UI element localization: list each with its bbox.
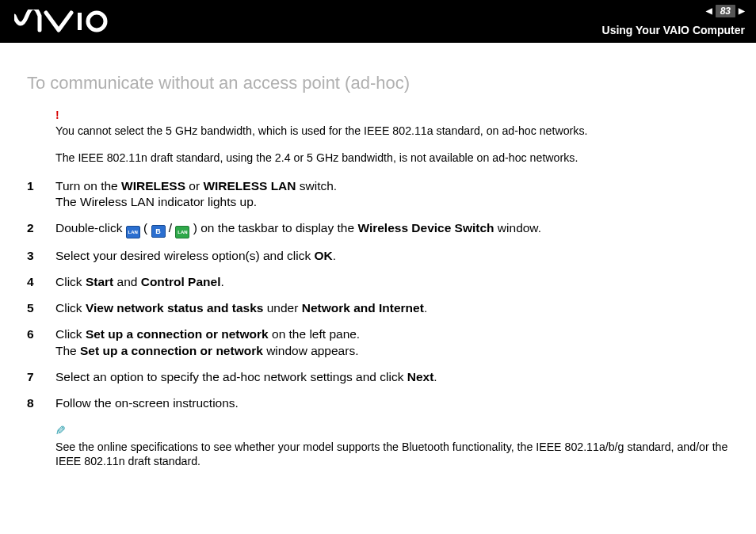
svg-point-1 xyxy=(88,13,105,30)
step-6: Click Set up a connection or network on … xyxy=(27,326,729,360)
svg-rect-0 xyxy=(78,13,82,30)
footnote-text: See the online specifications to see whe… xyxy=(55,440,729,469)
step-4: Click Start and Control Panel. xyxy=(27,274,729,291)
step-1: Turn on the WIRELESS or WIRELESS LAN swi… xyxy=(27,178,729,212)
step-1-sub: The Wireless LAN indicator lights up. xyxy=(55,194,729,211)
step-7: Select an option to specify the ad-hoc n… xyxy=(27,369,729,386)
page-navigator: ◀ 83 ▶ xyxy=(706,5,745,17)
step-6-sub: The Set up a connection or network windo… xyxy=(55,343,729,360)
warning-block: ! You cannot select the 5 GHz bandwidth,… xyxy=(55,108,729,166)
note-pencil-icon: ✎ xyxy=(55,423,66,438)
step-3: Select your desired wireless option(s) a… xyxy=(27,248,729,265)
next-page-icon[interactable]: ▶ xyxy=(739,7,745,15)
taskbar-bluetooth-icon: B xyxy=(151,225,166,238)
vaio-logo-icon xyxy=(14,10,109,33)
footnote-block: ✎ See the online specifications to see w… xyxy=(55,423,729,469)
steps-list: Turn on the WIRELESS or WIRELESS LAN swi… xyxy=(27,178,729,412)
page-heading: To communicate without an access point (… xyxy=(27,73,729,93)
header-bar: ◀ 83 ▶ Using Your VAIO Computer xyxy=(0,0,756,43)
step-5: Click View network status and tasks unde… xyxy=(27,300,729,317)
warning-icon: ! xyxy=(55,109,59,121)
prev-page-icon[interactable]: ◀ xyxy=(706,7,712,15)
page-number: 83 xyxy=(716,5,735,17)
warning-text-1: You cannot select the 5 GHz bandwidth, w… xyxy=(55,124,729,139)
warning-text-2: The IEEE 802.11n draft standard, using t… xyxy=(55,151,729,166)
step-8: Follow the on-screen instructions. xyxy=(27,395,729,412)
taskbar-lan-green-icon: LAN xyxy=(175,226,189,238)
step-2: Double-click LAN ( B / LAN ) on the task… xyxy=(27,220,729,238)
page-content: To communicate without an access point (… xyxy=(0,43,756,469)
taskbar-lan-icon: LAN xyxy=(126,226,140,238)
section-title: Using Your VAIO Computer xyxy=(602,24,745,36)
